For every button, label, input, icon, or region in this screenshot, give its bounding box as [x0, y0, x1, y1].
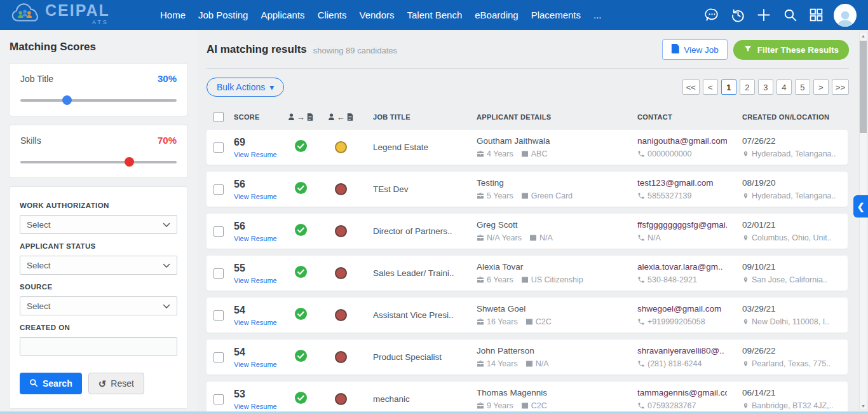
nav-item-home[interactable]: Home [160, 10, 186, 20]
scroll-up-arrow[interactable]: ▲ [860, 34, 867, 38]
location-pin-icon [742, 402, 749, 410]
profile-match-status-icon [335, 141, 347, 153]
view-resume-link[interactable]: View Resume [231, 151, 281, 158]
view-job-button[interactable]: View Job [662, 39, 728, 60]
experience-text: 14 Years [487, 359, 518, 368]
created-on-input[interactable] [20, 337, 177, 356]
cloud-logo-icon [9, 3, 42, 28]
applicant-name[interactable]: Greg Scott [477, 220, 622, 230]
pagination-first[interactable]: << [682, 79, 700, 95]
briefcase-icon [477, 234, 484, 242]
pagination-prev[interactable]: < [703, 79, 718, 95]
email-text[interactable]: ffsfggggggggsfg@gmai.. [637, 220, 727, 230]
pagination-page-5[interactable]: 5 [795, 79, 810, 95]
chevron-down-icon [163, 220, 170, 230]
profile-match-status-icon [335, 183, 347, 195]
search-icon[interactable] [782, 7, 798, 24]
row-checkbox[interactable] [214, 310, 224, 321]
briefcase-icon [477, 150, 484, 158]
pagination-page-1[interactable]: 1 [721, 79, 736, 95]
row-checkbox[interactable] [214, 352, 224, 362]
view-resume-link[interactable]: View Resume [231, 277, 281, 284]
email-text[interactable]: test123@gmail.com [637, 178, 727, 188]
email-text[interactable]: tammagennis@gmail.co.. [637, 388, 727, 397]
view-resume-link[interactable]: View Resume [231, 193, 281, 200]
nav-item-applicants[interactable]: Applicants [261, 10, 304, 20]
work-authorization-label: WORK AUTHORIZATION [20, 202, 177, 209]
skills-slider[interactable] [20, 161, 177, 163]
skills-slider-thumb[interactable] [125, 157, 134, 167]
apps-grid-icon[interactable] [808, 7, 824, 24]
nav-item-talent-bench[interactable]: Talent Bench [407, 10, 463, 20]
row-checkbox[interactable] [214, 394, 224, 404]
applicant-status-select[interactable]: Select [20, 256, 177, 275]
avatar[interactable] [834, 4, 857, 27]
row-checkbox[interactable] [214, 184, 224, 195]
location-pin-icon [742, 234, 749, 242]
phone-icon [637, 402, 645, 410]
pagination-page-3[interactable]: 3 [758, 79, 773, 95]
brand-name: CEIPAL [45, 3, 110, 18]
plus-icon[interactable] [756, 7, 772, 24]
work-authorization-text: US Citizenship [531, 275, 583, 284]
view-resume-link[interactable]: View Resume [231, 361, 281, 368]
ceipal-logo[interactable]: CEIPAL ATS [9, 3, 153, 28]
nav-item-eboarding[interactable]: eBoarding [475, 10, 518, 20]
view-resume-link[interactable]: View Resume [231, 403, 281, 410]
nav-item-more[interactable]: ... [593, 10, 602, 20]
email-text[interactable]: nanigoutha@gmail.com [637, 136, 727, 146]
pagination-last[interactable]: >> [832, 79, 849, 95]
applicant-name[interactable]: Goutham Jaithwala [477, 136, 622, 146]
email-text[interactable]: shravaniyeravelli80@.. [637, 346, 727, 355]
applicant-name[interactable]: Shweta Goel [477, 304, 622, 314]
profile-match-status-icon [335, 351, 347, 363]
view-resume-link[interactable]: View Resume [231, 319, 281, 326]
email-text[interactable]: alexia.tovar.lara@gm.. [637, 262, 727, 272]
nav-item-clients[interactable]: Clients [318, 10, 347, 20]
applicant-name[interactable]: John Patterson [477, 346, 622, 355]
briefcase-icon [477, 402, 484, 410]
nav-item-vendors[interactable]: Vendors [359, 10, 394, 20]
id-card-icon [526, 318, 533, 326]
row-checkbox[interactable] [214, 142, 224, 153]
job-match-check-icon [294, 307, 308, 323]
reset-button[interactable]: ↺ Reset [88, 373, 144, 394]
search-button[interactable]: Search [20, 373, 82, 394]
row-checkbox[interactable] [214, 226, 224, 237]
job-title-slider[interactable] [20, 99, 177, 102]
view-resume-link[interactable]: View Resume [231, 235, 281, 242]
collapse-panel-tab[interactable]: ❮ [853, 195, 868, 217]
id-card-icon [529, 234, 537, 242]
applicant-name[interactable]: Alexia Tovar [477, 262, 622, 272]
work-authorization-select[interactable]: Select [20, 215, 177, 234]
id-card-icon [521, 276, 529, 284]
pagination-page-4[interactable]: 4 [776, 79, 792, 95]
nav-item-job-posting[interactable]: Job Posting [198, 10, 248, 20]
applicant-to-job-match-icon: → [281, 113, 320, 122]
vertical-scrollbar[interactable]: ▲ ▼ [859, 32, 867, 410]
source-select[interactable]: Select [20, 296, 177, 315]
applicant-name[interactable]: Thomas Magennis [477, 388, 622, 397]
bulk-actions-label: Bulk Actions [217, 82, 265, 92]
job-title-slider-thumb[interactable] [62, 95, 72, 105]
location-text: Banbridge, BT32 4JZ,.. [752, 401, 834, 410]
job-match-check-icon [294, 349, 308, 365]
location-pin-icon [742, 150, 749, 158]
chat-icon[interactable] [703, 7, 720, 24]
filter-these-results-label: Filter These Results [757, 45, 839, 55]
history-icon[interactable] [729, 7, 746, 24]
applicant-name[interactable]: Testing [477, 178, 622, 188]
nav-item-placements[interactable]: Placements [531, 10, 581, 20]
phone-icon [637, 192, 645, 200]
select-all-checkbox[interactable] [214, 112, 224, 122]
bulk-actions-button[interactable]: Bulk Actions ▾ [207, 78, 284, 97]
pagination-next[interactable]: > [813, 79, 829, 95]
table-row: 54 View Resume Assistant Vice Presi.. Sh… [207, 298, 848, 333]
scroll-down-arrow[interactable]: ▼ [860, 404, 867, 408]
brand-sub: ATS [92, 20, 109, 25]
pagination-page-2[interactable]: 2 [740, 79, 755, 95]
filter-these-results-button[interactable]: Filter These Results [733, 40, 849, 60]
row-checkbox[interactable] [214, 268, 224, 279]
scrollbar-thumb[interactable] [860, 41, 867, 133]
email-text[interactable]: shwegoel@gmail.com [637, 304, 727, 314]
